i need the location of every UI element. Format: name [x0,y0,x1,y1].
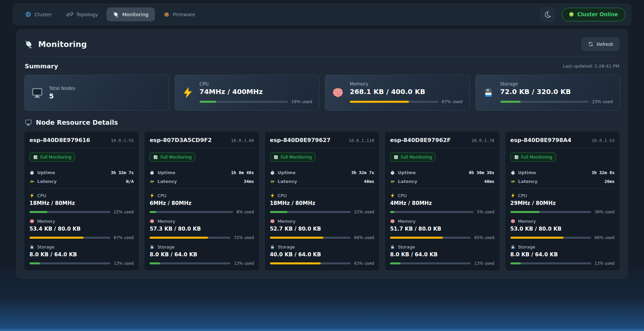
memory-label: Memory [518,219,536,224]
node-name: esp-840D8E9798A4 [510,137,572,143]
latency-value: 26ms [604,179,615,184]
progress-track [200,101,288,103]
node-card: esp-840D8E9798A4 10.0.1.53 Full Monitori… [505,131,620,271]
floppy-disk-icon [29,244,34,250]
cpu-label: CPU [278,193,286,198]
storage-value: 8.0 KB / 64.0 KB [150,252,254,258]
divider [510,188,615,189]
cpu-label-group: CPU [29,193,134,198]
storage-label-group: Storage [390,244,494,250]
percent-used-label: 13% used [114,261,134,266]
divider [390,148,494,148]
progress-row: 13% used [29,261,134,266]
summary-card-label: Total Nodes [49,86,162,91]
progress-row: 72% used [150,235,254,240]
bar-chart-icon [394,155,398,160]
percent-used-label: 66% used [354,235,374,240]
summary-cards: Total Nodes 5 CPU 74MHz / 400MHz 19% use… [24,75,620,111]
storage-label: Storage [157,244,175,250]
uptime-label-group: Uptime [150,170,175,175]
lightning-icon [510,193,515,198]
bar-chart-icon [514,155,519,160]
storage-label-group: Storage [150,244,254,250]
summary-card-body: CPU 74MHz / 400MHz 19% used [200,81,313,104]
latency-value: 40ms [484,179,494,184]
tab-monitoring-label: Monitoring [122,12,149,17]
latency-row: Latency N/A [29,179,134,184]
progress-track [390,262,471,264]
summary-card-value: 72.0 KB / 320.0 KB [500,88,613,96]
summary-card-body: Storage 72.0 KB / 320.0 KB 23% used [500,81,613,104]
tab-topology[interactable]: Topology [60,7,104,21]
percent-used-label: 19% used [291,99,312,104]
uptime-label: Uptime [278,170,296,175]
node-name: esp-840D8E979616 [29,137,90,143]
summary-card-label: CPU [200,81,313,87]
uptime-value: 0h 30m 38s [469,170,494,175]
progress-fill [350,101,409,103]
bar-chart-icon [153,155,158,160]
percent-used-label: 72% used [234,235,254,240]
summary-heading: Summary [25,63,58,70]
uptime-value: 1h 0m 40s [231,170,254,175]
progress-track [150,262,230,264]
latency-label-group: Latency [390,179,417,184]
monitoring-mode-badge: Full Monitoring [29,152,75,162]
turtle-icon [29,179,34,184]
progress-fill [510,262,521,264]
brain-icon [150,219,155,224]
progress-fill [510,237,564,239]
stopwatch-icon [390,170,395,175]
uptime-label-group: Uptime [270,170,296,175]
cpu-label: CPU [37,193,46,198]
storage-label: Storage [398,244,415,250]
tab-monitoring[interactable]: Monitoring [107,7,155,21]
divider [29,148,134,148]
progress-row: 66% used [270,235,374,240]
tab-firmware[interactable]: Firmware [157,7,202,21]
node-ip-address: 10.0.1.55 [111,138,134,143]
progress-track [29,211,110,213]
storage-value: 8.0 KB / 64.0 KB [29,252,134,258]
percent-used-label: 23% used [592,99,613,104]
memory-label-group: Memory [150,219,254,224]
theme-toggle-button[interactable] [540,7,555,22]
uptime-row: Uptime 1h 0m 40s [150,170,254,175]
stopwatch-icon [510,170,515,175]
storage-section: Storage 40.0 KB / 64.0 KB 63% used [270,244,374,266]
cpu-section: CPU 6MHz / 80MHz 8% used [150,193,254,214]
divider [270,188,374,189]
cpu-value: 18MHz / 80MHz [270,200,374,206]
progress-row: 36% used [510,210,615,214]
monitor-icon [25,119,32,126]
cluster-status-label: Cluster Online [577,11,618,18]
memory-section: Memory 53.0 KB / 80.0 KB 66% used [510,219,615,240]
cpu-label: CPU [518,193,527,198]
node-card: esp-807D3A5CD9F2 10.0.1.60 Full Monitori… [144,131,259,271]
uptime-label-group: Uptime [29,170,55,175]
tab-cluster[interactable]: Cluster [19,7,58,21]
node-name: esp-840D8E97962F [390,137,451,143]
progress-row: 22% used [270,210,374,214]
refresh-button[interactable]: Refresh [582,38,619,51]
stopwatch-icon [270,170,275,175]
storage-label: Storage [518,244,535,250]
percent-used-label: 36% used [595,210,615,214]
floppy-disk-icon [150,244,155,250]
progress-row: 66% used [510,235,615,240]
progress-fill [270,262,321,264]
node-details-heading: Node Resource Details [36,119,118,126]
cpu-label: CPU [157,193,166,198]
progress-row: 67% used [29,235,134,240]
cluster-status-badge[interactable]: Cluster Online [562,8,625,21]
page-title: Monitoring [25,40,87,49]
last-updated-text: Last updated: 1:28:41 PM [563,64,619,69]
latency-row: Latency 40ms [270,179,374,184]
summary-card-value: 268.1 KB / 400.0 KB [350,88,463,96]
cpu-value: 6MHz / 80MHz [150,200,254,206]
latency-row: Latency 40ms [390,179,494,184]
summary-card-value: 5 [49,92,162,100]
tab-topology-label: Topology [76,12,98,17]
progress-fill [29,262,40,264]
memory-label: Memory [37,219,55,224]
